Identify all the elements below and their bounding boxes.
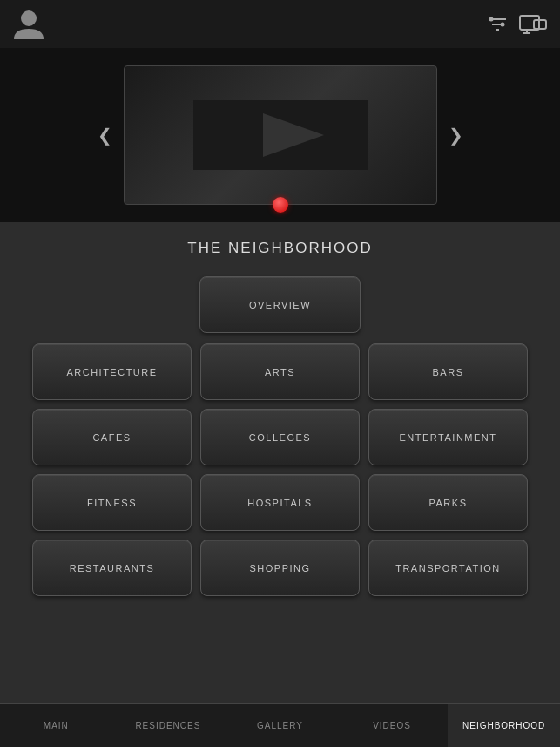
nav-gallery[interactable]: GALLERY: [224, 704, 336, 747]
video-content: [193, 100, 368, 170]
architecture-button[interactable]: ARCHITECTURE: [32, 343, 192, 400]
overview-button[interactable]: OVERVIEW: [199, 276, 361, 333]
video-area: ▲ ❮ ❯: [0, 48, 560, 222]
next-arrow[interactable]: ❯: [449, 125, 463, 146]
overview-row: OVERVIEW: [17, 276, 543, 333]
colleges-button[interactable]: COLLEGES: [200, 409, 360, 465]
parks-button[interactable]: PARKS: [368, 474, 528, 531]
screen-mirror-icon[interactable]: [518, 12, 548, 37]
fitness-button[interactable]: FITNESS: [32, 474, 192, 531]
top-right-controls: [485, 12, 548, 37]
filter-icon[interactable]: [485, 12, 509, 37]
svg-rect-6: [520, 16, 539, 30]
grid-row-1: ARCHITECTURE ARTS BARS: [17, 343, 543, 400]
cafes-button[interactable]: CAFES: [32, 409, 192, 465]
svg-point-0: [21, 10, 37, 26]
nav-neighborhood[interactable]: NEIGHBORHOOD: [448, 704, 560, 747]
restaurants-button[interactable]: RESTAURANTS: [32, 540, 192, 596]
section-title: THE NEIGHBORHOOD: [17, 240, 543, 257]
record-indicator: [273, 197, 288, 213]
grid-row-4: RESTAURANTS SHOPPING TRANSPORTATION: [17, 540, 543, 596]
content-area: THE NEIGHBORHOOD OVERVIEW ARCHITECTURE A…: [0, 222, 560, 703]
nav-videos[interactable]: VIDEOS: [336, 704, 449, 747]
arts-button[interactable]: ARTS: [200, 343, 360, 400]
shopping-button[interactable]: SHOPPING: [200, 540, 360, 596]
transportation-button[interactable]: TRANSPORTATION: [368, 540, 528, 596]
top-bar: [0, 0, 560, 48]
grid-row-2: CAFES COLLEGES ENTERTAINMENT: [17, 409, 543, 465]
video-thumbnail: [124, 65, 437, 205]
hospitals-button[interactable]: HOSPITALS: [200, 474, 360, 531]
bars-button[interactable]: BARS: [368, 343, 528, 400]
bottom-nav: MAIN RESIDENCES GALLERY VIDEOS NEIGHBORH…: [0, 703, 560, 747]
svg-point-4: [489, 17, 494, 21]
grid-row-3: FITNESS HOSPITALS PARKS: [17, 474, 543, 531]
avatar[interactable]: [12, 6, 45, 43]
svg-point-5: [501, 22, 505, 26]
entertainment-button[interactable]: ENTERTAINMENT: [368, 409, 528, 465]
prev-arrow[interactable]: ❮: [98, 125, 112, 146]
nav-main[interactable]: MAIN: [0, 704, 112, 747]
nav-residences[interactable]: RESIDENCES: [112, 704, 225, 747]
